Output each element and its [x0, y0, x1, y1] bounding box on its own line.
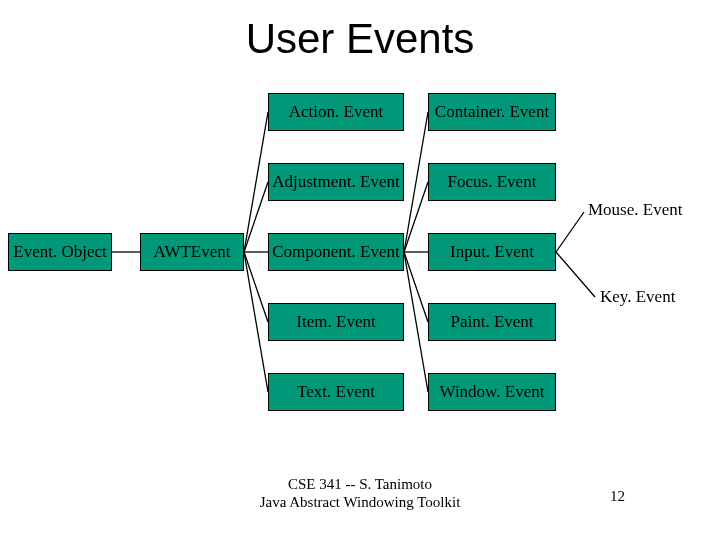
- svg-line-5: [244, 252, 268, 392]
- svg-line-10: [404, 252, 428, 392]
- svg-line-1: [244, 112, 268, 252]
- svg-line-7: [404, 182, 428, 252]
- box-input-event: Input. Event: [428, 233, 556, 271]
- box-text-event: Text. Event: [268, 373, 404, 411]
- svg-line-12: [556, 252, 595, 297]
- box-action-event: Action. Event: [268, 93, 404, 131]
- box-focus-event: Focus. Event: [428, 163, 556, 201]
- box-paint-event: Paint. Event: [428, 303, 556, 341]
- box-awt-event: AWTEvent: [140, 233, 244, 271]
- box-window-event: Window. Event: [428, 373, 556, 411]
- box-adjustment-event: Adjustment. Event: [268, 163, 404, 201]
- box-component-event: Component. Event: [268, 233, 404, 271]
- footer-line1: CSE 341 -- S. Tanimoto: [288, 476, 432, 492]
- box-item-event: Item. Event: [268, 303, 404, 341]
- svg-line-4: [244, 252, 268, 322]
- page-number: 12: [610, 488, 625, 505]
- svg-line-6: [404, 112, 428, 252]
- svg-line-9: [404, 252, 428, 322]
- footer-line2: Java Abstract Windowing Toolkit: [260, 494, 461, 510]
- box-event-object: Event. Object: [8, 233, 112, 271]
- box-container-event: Container. Event: [428, 93, 556, 131]
- svg-line-2: [244, 182, 268, 252]
- label-key-event: Key. Event: [600, 287, 675, 307]
- svg-line-11: [556, 212, 584, 252]
- label-mouse-event: Mouse. Event: [588, 200, 682, 220]
- diagram-title: User Events: [0, 15, 720, 63]
